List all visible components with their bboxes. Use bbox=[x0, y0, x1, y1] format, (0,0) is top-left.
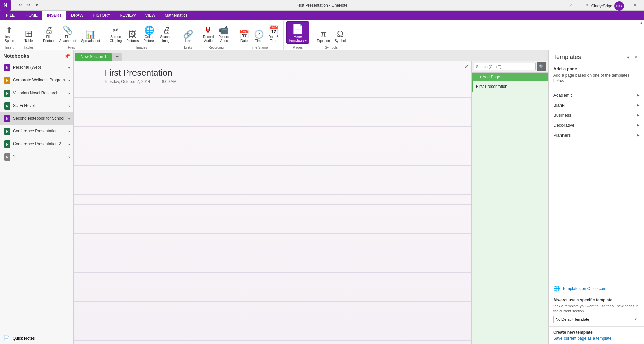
tab-file[interactable]: FILE bbox=[0, 11, 21, 20]
file-printout-label: FilePrintout bbox=[43, 35, 54, 43]
category-business-chevron: ▶ bbox=[637, 113, 639, 117]
page-templates-icon: 📄 bbox=[292, 24, 304, 34]
category-academic[interactable]: Academic ▶ bbox=[549, 90, 644, 100]
online-pictures-label: OnlinePictures bbox=[143, 35, 155, 43]
notebook-icon-second: N bbox=[4, 115, 10, 122]
tab-history[interactable]: HISTORY bbox=[88, 11, 115, 20]
tab-view[interactable]: VIEW bbox=[140, 11, 160, 20]
screen-clipping-button[interactable]: ✂ ScreenClipping bbox=[108, 21, 124, 44]
notebooks-sidebar: Notebooks 📌 N Personal (Web) ▾ N Corpora… bbox=[0, 50, 74, 344]
section-tab-new-section-1[interactable]: New Section 1 bbox=[75, 53, 112, 61]
notebook-1[interactable]: N 1 ▾ bbox=[0, 151, 73, 163]
time-button[interactable]: 🕐 Time bbox=[252, 21, 266, 44]
category-planners[interactable]: Planners ▶ bbox=[549, 130, 644, 140]
restore-button[interactable]: ⧉ bbox=[579, 0, 594, 11]
notebook-second-school[interactable]: N Second Notebook for School ▾ bbox=[0, 112, 73, 125]
page-time: 8:00 AM bbox=[162, 79, 177, 84]
sidebar-pin-button[interactable]: 📌 bbox=[64, 53, 70, 59]
page-expand-icon[interactable]: ⤢ bbox=[465, 64, 469, 69]
search-input[interactable] bbox=[474, 63, 536, 70]
insert-space-button[interactable]: ⬆ InsertSpace bbox=[3, 21, 16, 44]
page-list-area: 🔍 + + Add Page First Presentation bbox=[471, 61, 548, 344]
page-list-item-first-presentation[interactable]: First Presentation bbox=[472, 81, 548, 92]
add-section-button[interactable]: + bbox=[112, 53, 122, 61]
page-editor: First Presentation Tuesday, October 7, 2… bbox=[74, 61, 471, 344]
screen-clipping-label: ScreenClipping bbox=[110, 35, 122, 43]
notebook-sci-fi[interactable]: N Sci Fi Novel ▾ bbox=[0, 100, 73, 112]
quick-access-toolbar: ↩ ↪ ▾ bbox=[17, 1, 40, 9]
tab-home[interactable]: HOME bbox=[21, 11, 42, 20]
pictures-button[interactable]: 🖼 Pictures bbox=[124, 21, 141, 44]
search-button[interactable]: 🔍 bbox=[537, 62, 546, 71]
tab-draw[interactable]: DRAW bbox=[66, 11, 88, 20]
tab-insert[interactable]: INSERT bbox=[42, 11, 66, 20]
record-video-icon: 📹 bbox=[219, 26, 229, 34]
category-planners-chevron: ▶ bbox=[637, 133, 639, 137]
date-time-button[interactable]: 📅 Date &Time bbox=[267, 21, 281, 44]
category-decorative[interactable]: Decorative ▶ bbox=[549, 120, 644, 130]
save-template-link[interactable]: Save current page as a template bbox=[553, 336, 611, 341]
notebook-expand-corporate: ▾ bbox=[68, 79, 70, 82]
spreadsheet-button[interactable]: 📊 Spreadsheet bbox=[79, 21, 102, 44]
category-business-label: Business bbox=[553, 113, 571, 118]
table-button[interactable]: ⊞ Table bbox=[22, 21, 35, 44]
equation-button[interactable]: π Equation bbox=[315, 21, 332, 44]
scanned-image-button[interactable]: 🖨 ScannedImage bbox=[158, 21, 175, 44]
help-button[interactable]: ? bbox=[563, 0, 578, 11]
tab-review[interactable]: REVIEW bbox=[115, 11, 140, 20]
notebook-expand-conference: ▾ bbox=[68, 130, 70, 133]
category-decorative-label: Decorative bbox=[553, 123, 574, 128]
link-label: Link bbox=[185, 39, 191, 43]
ribbon: ⬆ InsertSpace Insert ⊞ Table Tables 🖨 Fi… bbox=[0, 20, 644, 50]
add-page-description: Add a page based on one of the templates… bbox=[553, 73, 639, 84]
always-use-heading: Always use a specific template bbox=[553, 298, 639, 302]
category-blank-label: Blank bbox=[553, 103, 565, 108]
category-blank[interactable]: Blank ▶ bbox=[549, 100, 644, 110]
notebook-personal-web[interactable]: N Personal (Web) ▾ bbox=[0, 61, 73, 74]
maximize-button[interactable]: □ bbox=[611, 0, 627, 11]
panel-close-button[interactable]: ✕ bbox=[633, 54, 639, 61]
file-printout-button[interactable]: 🖨 FilePrintout bbox=[41, 21, 56, 44]
redo-button[interactable]: ↪ bbox=[25, 1, 32, 9]
quick-notes-label: Quick Notes bbox=[13, 336, 35, 341]
notebook-conference[interactable]: N Conference Presentation ▾ bbox=[0, 125, 73, 138]
close-button[interactable]: ✕ bbox=[627, 0, 643, 11]
notebook-victorian-novel[interactable]: N Victorian Novel Research ▾ bbox=[0, 87, 73, 100]
add-page-button[interactable]: + + Add Page bbox=[472, 73, 548, 81]
page-templates-button[interactable]: 📄 PageTemplates ▾ bbox=[286, 21, 309, 44]
templates-panel-header: Templates ▾ ✕ bbox=[549, 50, 644, 63]
link-button[interactable]: 🔗 Link bbox=[181, 21, 195, 44]
default-template-select[interactable]: No Default Template bbox=[553, 316, 639, 323]
quick-notes[interactable]: 📄 Quick Notes bbox=[0, 332, 73, 344]
online-pictures-button[interactable]: 🌐 OnlinePictures bbox=[141, 21, 157, 44]
notebook-corporate-wellness[interactable]: N Corporate Wellness Program ▾ bbox=[0, 74, 73, 87]
date-button[interactable]: 📅 Date bbox=[237, 21, 251, 44]
always-use-section: Always use a specific template Pick a te… bbox=[549, 298, 644, 326]
record-audio-button[interactable]: 🎙 RecordAudio bbox=[201, 21, 216, 44]
search-bar: 🔍 bbox=[472, 61, 548, 73]
page-title[interactable]: First Presentation bbox=[94, 68, 451, 78]
date-time-icon: 📅 bbox=[269, 26, 279, 34]
symbol-icon: Ω bbox=[337, 30, 343, 38]
tab-mathematics[interactable]: Mathematics bbox=[160, 11, 192, 20]
date-label: Date bbox=[240, 39, 248, 43]
panel-minimize-button[interactable]: ▾ bbox=[626, 54, 631, 61]
category-business[interactable]: Business ▶ bbox=[549, 110, 644, 120]
file-attachment-button[interactable]: 📎 FileAttachment bbox=[57, 21, 78, 44]
undo-button[interactable]: ↩ bbox=[17, 1, 24, 9]
symbol-button[interactable]: Ω Symbol bbox=[333, 21, 348, 44]
file-attachment-label: FileAttachment bbox=[59, 35, 76, 43]
page-date: Tuesday, October 7, 2014 bbox=[104, 79, 150, 84]
notebook-icon-scifi: N bbox=[4, 102, 10, 110]
minimize-button[interactable]: — bbox=[595, 0, 610, 11]
collapse-ribbon-button[interactable]: ▲ bbox=[639, 20, 644, 25]
notebook-icon-conference2: N bbox=[4, 140, 10, 148]
ribbon-group-files: 🖨 FilePrintout 📎 FileAttachment 📊 Spread… bbox=[38, 21, 105, 50]
insert-space-label: InsertSpace bbox=[5, 35, 14, 43]
notebook-icon-personal: N bbox=[4, 64, 10, 71]
qat-customize-button[interactable]: ▾ bbox=[33, 1, 40, 9]
notebook-conference-2[interactable]: N Conference Presentation 2 ▾ bbox=[0, 138, 73, 151]
window-controls: ? ⧉ — □ ✕ bbox=[563, 0, 644, 11]
office-templates-link[interactable]: 🌐 Templates on Office.com bbox=[553, 285, 639, 292]
record-video-button[interactable]: 📹 RecordVideo bbox=[216, 21, 231, 44]
